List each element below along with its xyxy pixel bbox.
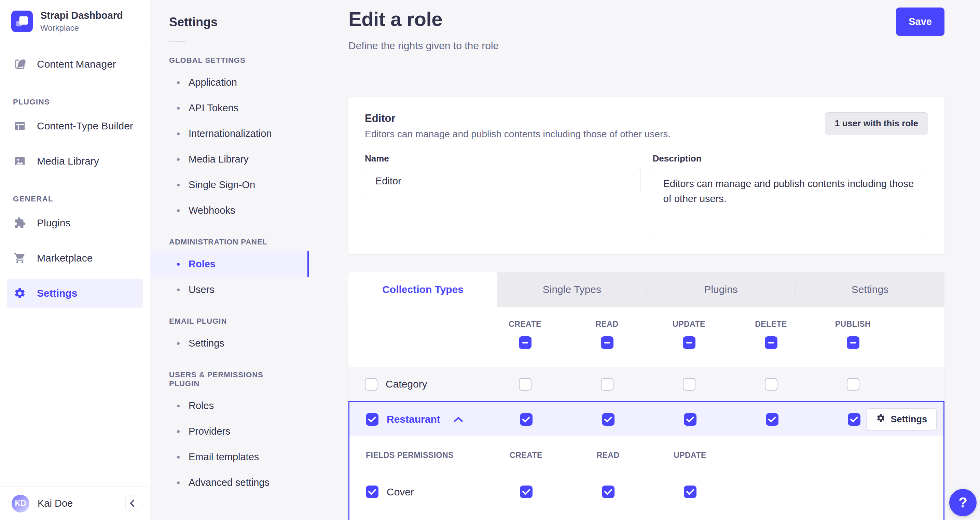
- subnav-item-webhooks[interactable]: Webhooks: [150, 198, 309, 223]
- bullet-icon: [177, 184, 180, 186]
- role-description-textarea[interactable]: Editors can manage and publish contents …: [653, 168, 928, 239]
- subnav-section-users-permissions-plugin: USERS & PERMISSIONS PLUGIN: [169, 371, 290, 388]
- avatar[interactable]: KD: [12, 495, 29, 512]
- row-checkbox[interactable]: [365, 378, 377, 391]
- create-checkbox[interactable]: [519, 378, 531, 391]
- workspace-switcher[interactable]: Strapi Dashboard Workplace: [0, 0, 150, 43]
- subnav-title: Settings: [169, 15, 309, 29]
- subnav-item-api-tokens[interactable]: API Tokens: [150, 95, 309, 121]
- select-all-publish-checkbox[interactable]: [847, 336, 859, 349]
- tab-single-types[interactable]: Single Types: [497, 272, 646, 307]
- sidebar-section-general: GENERAL: [13, 195, 137, 204]
- publish-checkbox[interactable]: [848, 413, 861, 426]
- field-row-name: Name: [350, 510, 943, 520]
- row-label[interactable]: Category: [386, 378, 427, 390]
- name-field-label: Name: [365, 153, 641, 164]
- subnav-item-label: API Tokens: [189, 102, 239, 114]
- subnav-item-advanced-settings[interactable]: Advanced settings: [150, 470, 309, 495]
- column-header: PUBLISH: [835, 320, 871, 329]
- sidebar-item-label: Plugins: [37, 217, 70, 229]
- subnav-item-label: Advanced settings: [189, 477, 269, 488]
- subnav-item-label: Providers: [189, 426, 231, 437]
- subnav-item-label: Single Sign-On: [189, 179, 255, 191]
- tab-settings[interactable]: Settings: [795, 272, 945, 307]
- subnav-item-media-library[interactable]: Media Library: [150, 146, 309, 172]
- sidebar-item-content-type-builder[interactable]: Content-Type Builder: [7, 111, 143, 140]
- subnav-item-label: Users: [189, 284, 215, 295]
- publish-checkbox[interactable]: [847, 378, 859, 391]
- subnav-item-single-sign-on[interactable]: Single Sign-On: [150, 172, 309, 198]
- sidebar-item-label: Marketplace: [37, 252, 92, 264]
- read-checkbox[interactable]: [602, 413, 614, 426]
- help-button[interactable]: ?: [949, 489, 977, 516]
- subnav-item-users[interactable]: Users: [150, 277, 309, 302]
- sidebar-nav: Content Manager PLUGINS Content-Type Bui…: [0, 43, 150, 314]
- subnav-item-label: Internationalization: [189, 128, 272, 139]
- select-all-delete-checkbox[interactable]: [765, 336, 778, 349]
- read-checkbox[interactable]: [601, 378, 614, 391]
- create-checkbox[interactable]: [520, 413, 533, 426]
- field-checkbox[interactable]: [366, 485, 379, 498]
- bullet-icon: [177, 405, 180, 407]
- subnav-item-up-roles[interactable]: Roles: [150, 393, 309, 418]
- sidebar-item-content-manager[interactable]: Content Manager: [7, 49, 143, 78]
- subnav-section-global-settings: GLOBAL SETTINGS: [169, 56, 290, 65]
- user-name: Kai Doe: [38, 498, 73, 509]
- chevron-left-icon: [129, 499, 135, 508]
- read-checkbox[interactable]: [602, 485, 614, 498]
- sidebar-item-marketplace[interactable]: Marketplace: [7, 243, 143, 272]
- subnav-item-application[interactable]: Application: [150, 70, 309, 95]
- row-settings-label: Settings: [891, 414, 927, 425]
- sidebar-item-plugins[interactable]: Plugins: [7, 208, 143, 237]
- field-label: Cover: [387, 486, 414, 498]
- users-with-role-button[interactable]: 1 user with this role: [825, 112, 928, 135]
- subnav-item-providers[interactable]: Providers: [150, 418, 309, 444]
- subnav-item-email-settings[interactable]: Settings: [150, 331, 309, 356]
- row-checkbox[interactable]: [366, 413, 379, 426]
- name-field-group: Name: [365, 153, 641, 240]
- sidebar-collapse-button[interactable]: [126, 495, 139, 512]
- image-icon: [13, 154, 27, 168]
- subnav-item-internationalization[interactable]: Internationalization: [150, 121, 309, 146]
- column-header: UPDATE: [673, 320, 705, 329]
- tab-collection-types[interactable]: Collection Types: [348, 272, 497, 307]
- puzzle-icon: [13, 216, 27, 230]
- fields-permissions-title: FIELDS PERMISSIONS: [350, 451, 485, 460]
- sidebar-section-plugins: PLUGINS: [13, 98, 137, 107]
- bullet-icon: [177, 342, 180, 345]
- tab-plugins[interactable]: Plugins: [647, 272, 795, 307]
- delete-checkbox[interactable]: [765, 378, 778, 391]
- role-form-row: Name Description Editors can manage and …: [365, 153, 928, 240]
- chevron-up-icon[interactable]: [454, 417, 463, 422]
- sidebar-footer: KD Kai Doe: [0, 487, 150, 520]
- update-checkbox[interactable]: [684, 413, 697, 426]
- role-name-input[interactable]: [365, 168, 641, 194]
- row-label[interactable]: Restaurant: [387, 413, 440, 425]
- subnav-item-label: Roles: [189, 400, 214, 412]
- select-all-update-checkbox[interactable]: [683, 336, 695, 349]
- update-checkbox[interactable]: [684, 485, 697, 498]
- page-title: Edit a role: [348, 8, 499, 30]
- bullet-icon: [177, 288, 180, 291]
- subnav-item-email-templates[interactable]: Email templates: [150, 444, 309, 470]
- sidebar-item-media-library[interactable]: Media Library: [7, 146, 143, 175]
- column-header: CREATE: [509, 320, 541, 329]
- create-checkbox[interactable]: [520, 485, 533, 498]
- subnav-item-roles[interactable]: Roles: [150, 251, 309, 277]
- delete-checkbox[interactable]: [766, 413, 778, 426]
- sidebar-item-settings[interactable]: Settings: [7, 278, 143, 308]
- description-field-group: Description Editors can manage and publi…: [653, 153, 928, 240]
- save-button[interactable]: Save: [896, 8, 945, 36]
- select-all-read-checkbox[interactable]: [601, 336, 614, 349]
- table-row-category: Category: [348, 367, 945, 401]
- row-settings-button[interactable]: Settings: [867, 408, 937, 430]
- subnav-item-label: Email templates: [189, 452, 259, 463]
- page-subtitle: Define the rights given to the role: [348, 40, 499, 52]
- restaurant-expanded-group: Restaurant: [348, 401, 945, 520]
- select-all-create-checkbox[interactable]: [519, 336, 531, 349]
- bullet-icon: [177, 132, 180, 135]
- workspace-subtitle: Workplace: [40, 23, 123, 33]
- bullet-icon: [177, 81, 180, 84]
- update-checkbox[interactable]: [683, 378, 695, 391]
- sidebar-item-label: Settings: [37, 288, 77, 299]
